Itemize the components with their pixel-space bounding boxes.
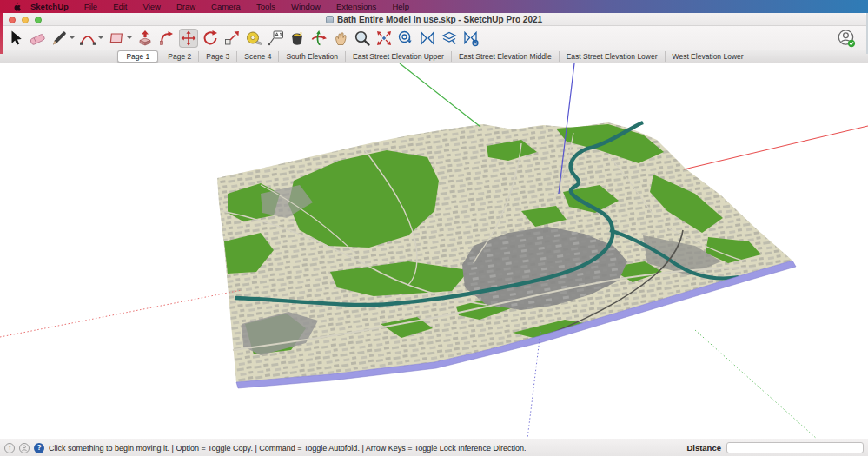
pan-hand-icon (331, 29, 350, 48)
scene-tab-bar: Page 1 Page 2 Page 3 Scene 4 South Eleva… (0, 50, 868, 63)
extension-layers-tool-button[interactable] (440, 29, 459, 48)
person-glyph-icon (21, 445, 28, 452)
rotate-icon (201, 29, 220, 48)
section-gear-icon (461, 29, 480, 48)
zoom-tool-button[interactable] (353, 29, 372, 48)
measurement-area: Distance (686, 442, 864, 453)
document-icon (326, 16, 334, 23)
window-titlebar[interactable]: Bath Entire Model in use.skp - SketchUp … (0, 13, 868, 26)
move-icon (179, 29, 198, 48)
geo-spiral-icon (396, 29, 415, 48)
rectangle-tool-dropdown[interactable] (127, 36, 132, 39)
layers-icon (440, 29, 459, 48)
line-tool-button[interactable] (50, 29, 69, 48)
desktop-edge-left (0, 13, 3, 54)
menu-draw[interactable]: Draw (169, 0, 203, 13)
arc-icon (78, 29, 97, 48)
green-axis-dotted (695, 330, 817, 439)
pushpull-icon (136, 29, 155, 48)
pencil-icon (50, 29, 69, 48)
arc-tool-button[interactable] (78, 29, 97, 48)
geolocate-status-icon[interactable]: ↑ (4, 443, 15, 453)
menu-extensions[interactable]: Extensions (328, 0, 384, 13)
account-person-icon (836, 28, 857, 49)
tab-east-street-elevation-upper[interactable]: East Street Elevation Upper (346, 51, 452, 62)
section-x-icon (418, 29, 437, 48)
blue-axis-dotted (527, 332, 540, 439)
status-message: Click something to begin moving it. | Op… (49, 444, 526, 453)
followme-icon (157, 29, 176, 48)
zoom-extents-tool-button[interactable] (374, 29, 394, 48)
magnifier-icon (353, 29, 372, 48)
menu-edit[interactable]: Edit (105, 0, 135, 13)
tab-scene-4[interactable]: Scene 4 (237, 51, 279, 62)
sketchup-window: Bath Entire Model in use.skp - SketchUp … (0, 13, 868, 456)
line-tool-dropdown[interactable] (70, 36, 75, 39)
eraser-icon (28, 29, 47, 48)
tape-measure-tool-button[interactable] (244, 29, 263, 48)
macos-menubar: SketchUp File Edit View Draw Camera Tool… (0, 0, 868, 13)
user-status-icon[interactable] (19, 443, 30, 453)
text-label-icon (266, 29, 285, 48)
close-button[interactable] (9, 17, 16, 23)
eraser-tool-button[interactable] (28, 29, 47, 48)
window-controls (9, 17, 42, 23)
measurement-input[interactable] (726, 442, 864, 453)
tab-south-elevation[interactable]: South Elevation (279, 51, 346, 62)
scale-icon (222, 29, 242, 48)
red-axis-solid (684, 126, 868, 169)
paint-bucket-tool-button[interactable] (288, 29, 307, 48)
status-bar: ↑ ? Click something to begin moving it. … (0, 439, 868, 456)
window-title: Bath Entire Model in use.skp - SketchUp … (337, 15, 542, 24)
help-icon[interactable]: ? (34, 443, 44, 453)
menu-camera[interactable]: Camera (203, 0, 248, 13)
extension-section-settings-button[interactable] (461, 29, 480, 48)
rotate-tool-button[interactable] (201, 29, 220, 48)
main-toolbar (0, 26, 868, 50)
menu-file[interactable]: File (76, 0, 105, 13)
measurement-label: Distance (686, 443, 721, 453)
zoom-extents-icon (374, 29, 394, 48)
menu-sketchup[interactable]: SketchUp (23, 0, 76, 13)
tape-measure-icon (244, 29, 263, 48)
select-tool-button[interactable] (6, 29, 25, 48)
pushpull-tool-button[interactable] (136, 29, 155, 48)
tab-page-2[interactable]: Page 2 (161, 51, 199, 62)
rectangle-icon (107, 29, 126, 48)
menu-help[interactable]: Help (384, 0, 417, 13)
minimize-button[interactable] (22, 17, 29, 23)
apple-menu-icon[interactable] (12, 2, 21, 12)
orbit-icon (309, 29, 328, 48)
tab-page-1[interactable]: Page 1 (117, 50, 158, 63)
menu-tools[interactable]: Tools (248, 0, 283, 13)
tab-east-street-elevation-lower[interactable]: East Street Elevation Lower (560, 51, 666, 62)
fullscreen-button[interactable] (35, 17, 42, 23)
tab-page-3[interactable]: Page 3 (199, 51, 237, 62)
menu-window[interactable]: Window (283, 0, 328, 13)
menu-view[interactable]: View (136, 0, 169, 13)
green-axis-solid (400, 63, 480, 127)
arc-tool-dropdown[interactable] (98, 36, 103, 39)
account-button[interactable] (836, 28, 857, 49)
extension-section-tool-button[interactable] (418, 29, 437, 48)
bath-3d-model-canvas (0, 63, 868, 439)
pan-tool-button[interactable] (331, 29, 350, 48)
followme-tool-button[interactable] (157, 29, 176, 48)
scale-tool-button[interactable] (222, 29, 242, 48)
paint-bucket-icon (288, 29, 307, 48)
extension-geo-tool-button[interactable] (396, 29, 415, 48)
text-tool-button[interactable] (266, 29, 285, 48)
select-cursor-icon (6, 29, 25, 48)
tab-west-elevation-lower[interactable]: West Elevation Lower (666, 51, 751, 62)
model-viewport[interactable] (0, 63, 868, 439)
orbit-tool-button[interactable] (309, 29, 328, 48)
move-tool-button[interactable] (179, 29, 198, 48)
rectangle-tool-button[interactable] (107, 29, 126, 48)
red-axis-dotted (0, 290, 242, 337)
tab-east-street-elevation-middle[interactable]: East Street Elevation Middle (452, 51, 560, 62)
